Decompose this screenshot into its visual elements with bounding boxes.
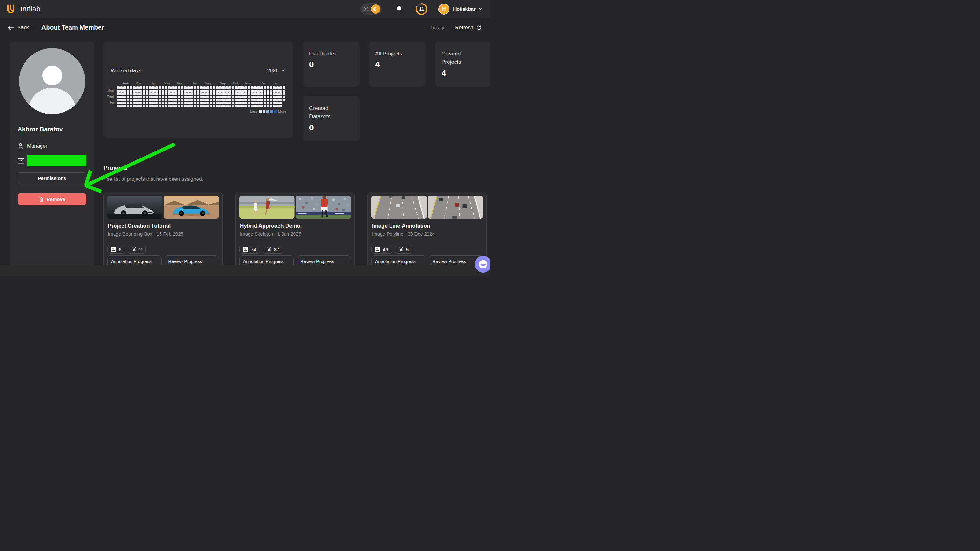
heatmap-day-cell[interactable] (264, 90, 266, 92)
heatmap-day-cell[interactable] (216, 98, 218, 101)
heatmap-day-cell[interactable] (117, 96, 119, 98)
heatmap-day-cell[interactable] (283, 90, 285, 92)
heatmap-day-cell[interactable] (216, 92, 218, 95)
notification-count-ring[interactable]: 11 (416, 3, 428, 15)
heatmap-day-cell[interactable] (225, 98, 228, 101)
heatmap-day-cell[interactable] (267, 92, 269, 95)
heatmap-day-cell[interactable] (235, 102, 237, 104)
heatmap-day-cell[interactable] (139, 102, 142, 104)
heatmap-day-cell[interactable] (257, 96, 260, 98)
heatmap-day-cell[interactable] (235, 90, 237, 92)
heatmap-day-cell[interactable] (267, 86, 269, 89)
heatmap-day-cell[interactable] (225, 90, 228, 92)
heatmap-day-cell[interactable] (136, 105, 139, 108)
heatmap-day-cell[interactable] (222, 105, 224, 108)
heatmap-day-cell[interactable] (139, 86, 142, 89)
heatmap-day-cell[interactable] (152, 86, 155, 89)
heatmap-day-cell[interactable] (228, 96, 231, 98)
heatmap-day-cell[interactable] (175, 105, 177, 108)
heatmap-day-cell[interactable] (232, 96, 234, 98)
heatmap-day-cell[interactable] (136, 98, 139, 101)
heatmap-day-cell[interactable] (238, 96, 240, 98)
heatmap-day-cell[interactable] (244, 90, 247, 92)
heatmap-day-cell[interactable] (200, 105, 202, 108)
heatmap-day-cell[interactable] (159, 90, 161, 92)
heatmap-day-cell[interactable] (155, 98, 158, 101)
heatmap-day-cell[interactable] (168, 86, 171, 89)
heatmap-day-cell[interactable] (143, 96, 145, 98)
heatmap-day-cell[interactable] (222, 98, 224, 101)
heatmap-day-cell[interactable] (143, 92, 145, 95)
heatmap-day-cell[interactable] (168, 105, 171, 108)
heatmap-day-cell[interactable] (254, 92, 256, 95)
heatmap-day-cell[interactable] (203, 90, 206, 92)
heatmap-day-cell[interactable] (162, 90, 164, 92)
heatmap-day-cell[interactable] (207, 98, 209, 101)
heatmap-day-cell[interactable] (155, 92, 158, 95)
heatmap-day-cell[interactable] (197, 96, 199, 98)
heatmap-day-cell[interactable] (248, 98, 250, 101)
heatmap-day-cell[interactable] (260, 92, 263, 95)
heatmap-day-cell[interactable] (181, 98, 183, 101)
heatmap-day-cell[interactable] (225, 105, 228, 108)
heatmap-day-cell[interactable] (203, 86, 206, 89)
heatmap-day-cell[interactable] (197, 92, 199, 95)
heatmap-day-cell[interactable] (219, 102, 222, 104)
heatmap-day-cell[interactable] (133, 92, 135, 95)
heatmap-day-cell[interactable] (165, 98, 167, 101)
heatmap-day-cell[interactable] (117, 90, 119, 92)
heatmap-day-cell[interactable] (257, 98, 260, 101)
heatmap-day-cell[interactable] (257, 92, 260, 95)
heatmap-day-cell[interactable] (228, 105, 231, 108)
heatmap-day-cell[interactable] (203, 102, 206, 104)
heatmap-day-cell[interactable] (136, 92, 139, 95)
heatmap-day-cell[interactable] (203, 92, 206, 95)
heatmap-day-cell[interactable] (139, 90, 142, 92)
heatmap-day-cell[interactable] (216, 90, 218, 92)
heatmap-day-cell[interactable] (181, 86, 183, 89)
heatmap-day-cell[interactable] (130, 92, 132, 95)
heatmap-day-cell[interactable] (251, 86, 253, 89)
heatmap-day-cell[interactable] (241, 98, 244, 101)
heatmap-day-cell[interactable] (228, 90, 231, 92)
heatmap-day-cell[interactable] (187, 98, 190, 101)
heatmap-day-cell[interactable] (146, 92, 148, 95)
heatmap-day-cell[interactable] (175, 92, 177, 95)
heatmap-day-cell[interactable] (175, 86, 177, 89)
heatmap-day-cell[interactable] (133, 102, 135, 104)
heatmap-day-cell[interactable] (187, 96, 190, 98)
heatmap-day-cell[interactable] (181, 105, 183, 108)
heatmap-day-cell[interactable] (171, 105, 174, 108)
heatmap-day-cell[interactable] (139, 96, 142, 98)
heatmap-day-cell[interactable] (273, 90, 275, 92)
heatmap-day-cell[interactable] (225, 96, 228, 98)
heatmap-day-cell[interactable] (152, 102, 155, 104)
heatmap-day-cell[interactable] (165, 105, 167, 108)
heatmap-day-cell[interactable] (213, 105, 215, 108)
heatmap-day-cell[interactable] (187, 102, 190, 104)
heatmap-day-cell[interactable] (207, 96, 209, 98)
heatmap-day-cell[interactable] (155, 102, 158, 104)
heatmap-day-cell[interactable] (238, 102, 240, 104)
heatmap-day-cell[interactable] (210, 90, 212, 92)
heatmap-day-cell[interactable] (228, 102, 231, 104)
theme-toggle[interactable] (361, 3, 382, 15)
heatmap-day-cell[interactable] (210, 102, 212, 104)
heatmap-day-cell[interactable] (216, 96, 218, 98)
heatmap-day-cell[interactable] (219, 96, 222, 98)
heatmap-day-cell[interactable] (248, 92, 250, 95)
heatmap-day-cell[interactable] (222, 102, 224, 104)
heatmap-day-cell[interactable] (260, 96, 263, 98)
heatmap-day-cell[interactable] (175, 102, 177, 104)
heatmap-day-cell[interactable] (165, 92, 167, 95)
heatmap-day-cell[interactable] (251, 102, 253, 104)
heatmap-day-cell[interactable] (159, 96, 161, 98)
heatmap-day-cell[interactable] (244, 92, 247, 95)
heatmap-day-cell[interactable] (248, 96, 250, 98)
bell-icon[interactable] (396, 5, 403, 13)
heatmap-day-cell[interactable] (238, 98, 240, 101)
heatmap-day-cell[interactable] (181, 102, 183, 104)
heatmap-day-cell[interactable] (181, 90, 183, 92)
heatmap-day-cell[interactable] (127, 102, 129, 104)
heatmap-day-cell[interactable] (257, 86, 260, 89)
